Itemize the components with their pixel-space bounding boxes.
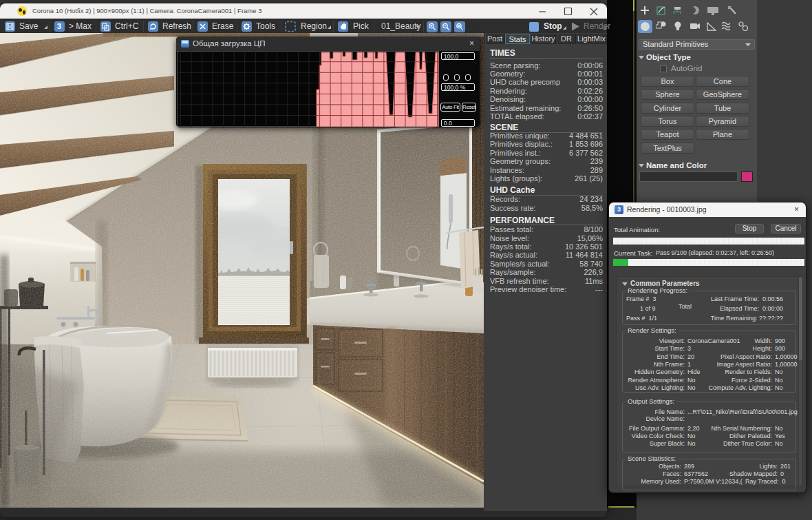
svg-text:3: 3: [57, 22, 61, 30]
